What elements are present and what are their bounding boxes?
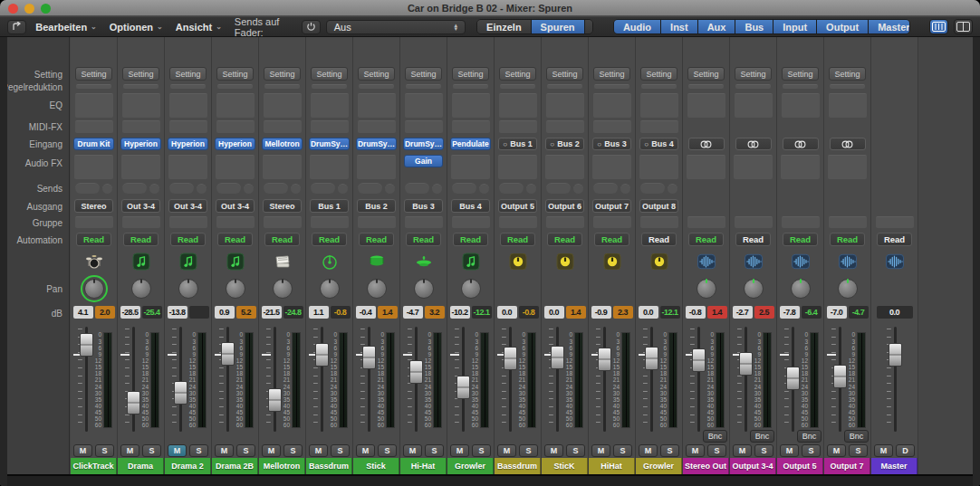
- track-icon-cymbal[interactable]: [415, 253, 433, 271]
- send-slot[interactable]: [311, 183, 335, 194]
- group-slot[interactable]: [782, 216, 820, 228]
- eq-display[interactable]: [264, 93, 302, 118]
- send-slot[interactable]: [264, 183, 288, 194]
- send-slot[interactable]: [75, 183, 100, 194]
- midi-fx-slot[interactable]: [546, 120, 584, 133]
- solo-button[interactable]: S: [378, 444, 397, 457]
- output-button[interactable]: Output 8: [639, 199, 678, 213]
- setting-button[interactable]: Setting: [687, 67, 725, 81]
- output-button[interactable]: Bus 1: [310, 199, 349, 213]
- bounce-button[interactable]: Bnc: [703, 430, 727, 443]
- input-slot[interactable]: DrumSy…: [309, 138, 350, 150]
- eq-display[interactable]: [593, 93, 631, 118]
- volume-value[interactable]: -7.8: [780, 306, 800, 319]
- pan-knob[interactable]: [367, 279, 387, 299]
- output-button[interactable]: Out 3-4: [216, 199, 255, 213]
- send-level-knob[interactable]: [668, 184, 677, 194]
- pan-knob[interactable]: [131, 279, 151, 299]
- input-slot[interactable]: DrumSy…: [403, 138, 444, 150]
- setting-button[interactable]: Setting: [264, 67, 301, 81]
- solo-button[interactable]: S: [660, 444, 679, 457]
- automation-mode-button[interactable]: Read: [594, 233, 629, 246]
- volume-value[interactable]: -0.8: [686, 306, 706, 319]
- mute-button[interactable]: M: [827, 444, 846, 457]
- track-name[interactable]: Stereo Out: [683, 458, 729, 474]
- track-icon-note[interactable]: [132, 253, 150, 271]
- mute-button[interactable]: M: [544, 444, 563, 457]
- mute-button[interactable]: M: [403, 444, 422, 457]
- solo-button[interactable]: S: [283, 444, 303, 457]
- automation-mode-button[interactable]: Read: [76, 233, 111, 246]
- fader-track[interactable]: [745, 327, 747, 432]
- volume-value[interactable]: -2.7: [733, 306, 753, 319]
- audio-fx-slot[interactable]: [168, 155, 207, 179]
- send-slot[interactable]: [593, 183, 618, 194]
- automation-mode-button[interactable]: Read: [547, 233, 582, 246]
- group-slot[interactable]: [829, 216, 867, 228]
- track-name[interactable]: Stick: [353, 458, 399, 474]
- mute-button[interactable]: M: [874, 444, 893, 457]
- track-icon-mellotron[interactable]: [274, 253, 292, 271]
- setting-button[interactable]: Setting: [169, 67, 207, 81]
- track-name[interactable]: Output 7: [824, 458, 870, 474]
- send-level-knob[interactable]: [197, 184, 207, 194]
- track-icon-note[interactable]: [226, 253, 245, 271]
- menu-bearbeiten[interactable]: Bearbeiten⌄: [32, 20, 101, 34]
- send-slot[interactable]: [640, 183, 665, 194]
- fader-track[interactable]: [603, 327, 606, 432]
- bounce-button[interactable]: Bnc: [797, 430, 821, 443]
- volume-value[interactable]: 0.9: [215, 306, 235, 319]
- setting-button[interactable]: Setting: [452, 67, 489, 81]
- eq-display[interactable]: [452, 93, 490, 118]
- track-name[interactable]: Mellotron: [259, 458, 305, 474]
- send-slot[interactable]: [122, 183, 147, 194]
- mute-button[interactable]: M: [639, 444, 658, 457]
- gain-value[interactable]: 5.2: [236, 306, 256, 319]
- volume-value[interactable]: 0.0: [877, 306, 913, 319]
- group-slot[interactable]: [452, 216, 490, 228]
- mute-button[interactable]: M: [215, 444, 234, 457]
- mute-button[interactable]: M: [120, 444, 139, 457]
- send-slot[interactable]: [452, 183, 476, 194]
- midi-fx-slot[interactable]: [358, 120, 396, 133]
- mute-button[interactable]: M: [450, 444, 469, 457]
- gain-value[interactable]: -12.1: [472, 306, 492, 319]
- track-icon-bassdrum[interactable]: [321, 253, 339, 271]
- track-icon-note[interactable]: [462, 253, 480, 271]
- eq-display[interactable]: [169, 93, 207, 118]
- output-button[interactable]: Bus 3: [404, 199, 443, 213]
- pan-knob[interactable]: [84, 279, 104, 299]
- eq-display[interactable]: [405, 93, 443, 118]
- group-slot[interactable]: [593, 216, 631, 228]
- fader-track[interactable]: [179, 327, 182, 432]
- setting-button[interactable]: Setting: [311, 67, 348, 81]
- send-slot[interactable]: [405, 183, 429, 194]
- input-slot[interactable]: [783, 138, 819, 150]
- mute-button[interactable]: M: [262, 444, 281, 457]
- group-slot[interactable]: [876, 216, 914, 228]
- midi-fx-slot[interactable]: [122, 120, 160, 133]
- gain-value[interactable]: [189, 306, 209, 319]
- pan-knob[interactable]: [838, 279, 858, 299]
- fader-track[interactable]: [274, 327, 276, 432]
- bounce-button[interactable]: Bnc: [844, 430, 869, 443]
- volume-value[interactable]: -4.7: [403, 306, 423, 319]
- menu-ansicht[interactable]: Ansicht⌄: [172, 20, 226, 34]
- automation-mode-button[interactable]: Read: [641, 233, 677, 246]
- group-slot[interactable]: [640, 216, 678, 228]
- gain-value[interactable]: 1.4: [707, 306, 727, 319]
- send-level-knob[interactable]: [479, 184, 489, 194]
- gain-value[interactable]: -0.8: [331, 306, 351, 319]
- solo-button[interactable]: S: [189, 444, 208, 457]
- group-slot[interactable]: [499, 216, 537, 228]
- pan-knob[interactable]: [461, 279, 481, 299]
- fader-cap[interactable]: [889, 343, 902, 367]
- view-segment-spuren[interactable]: Spuren: [532, 20, 585, 33]
- audio-fx-slot[interactable]: [121, 155, 160, 179]
- pan-knob[interactable]: [273, 279, 293, 299]
- track-name[interactable]: HiHat: [589, 458, 635, 474]
- audio-fx-slot[interactable]: [310, 155, 349, 179]
- setting-button[interactable]: Setting: [499, 67, 536, 81]
- group-slot[interactable]: [122, 216, 160, 228]
- fader-track[interactable]: [697, 327, 700, 432]
